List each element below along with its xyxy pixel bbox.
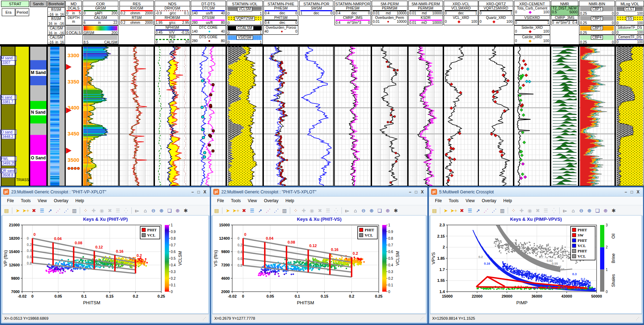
menu-help[interactable]: Help <box>282 198 298 204</box>
header-row-vclsm[interactable]: VCLSM01 <box>227 6 263 16</box>
maximize-button[interactable]: □ <box>631 190 633 194</box>
remove-well-icon[interactable]: ✖ <box>458 207 466 214</box>
header-row-phiesm[interactable]: PHIESM0.4dec0 <box>334 6 371 16</box>
magnifier-icon[interactable]: ⊕ <box>174 207 181 214</box>
header-row-cmrp_3ms[interactable]: CMRP_3MS0.4m^3/m^30 <box>334 15 371 25</box>
home-icon[interactable]: ⌂ <box>352 207 359 214</box>
zoom-box-icon[interactable]: ❏ <box>376 207 383 214</box>
cursor-icon[interactable]: ▻ <box>134 207 141 214</box>
header-row-t2_dist_new[interactable]: T2_DIST_NEW0.55000 <box>551 6 578 16</box>
window-titlebar[interactable]: pl23:Multiwell Generic Crossplot : "PHIT… <box>1 187 210 197</box>
crossplot-svg[interactable]: 0.20.70.620.550.470.440.160.120.080.040.… <box>430 224 642 314</box>
menu-tools[interactable]: Tools <box>445 198 462 204</box>
cursor-icon[interactable]: ▻ <box>561 207 569 214</box>
menu-file[interactable]: File <box>4 198 17 204</box>
zoom-in-icon[interactable]: ⊕ <box>368 207 375 214</box>
maximize-button[interactable]: □ <box>415 190 417 194</box>
header-row-swsm[interactable]: SWSM1dec0 <box>299 6 333 16</box>
header-row-calcite_xrd[interactable]: Calcite_XRD0◆100 <box>514 35 550 45</box>
menu-file[interactable]: File <box>432 198 445 204</box>
points-icon[interactable]: ⁘ <box>510 207 517 214</box>
header-row-siltstonetf_ds[interactable]: SiltstoneTF_DS0100 <box>616 25 644 35</box>
histogram-icon[interactable]: ▥ <box>71 207 78 214</box>
pan-icon[interactable]: ✱ <box>182 207 189 214</box>
scale-icon[interactable]: ➚ <box>474 207 482 214</box>
cursor-icon[interactable]: ▻ <box>344 207 351 214</box>
menu-file[interactable]: File <box>214 198 227 204</box>
track-title-strat[interactable]: STRAT <box>1 1 29 7</box>
header-row-cmrp_3ms[interactable]: CMRP_3MS0m^3/m^30.4 <box>551 15 578 25</box>
points-icon[interactable]: ⁘ <box>82 207 89 214</box>
well-list-icon[interactable]: ☰ <box>38 207 46 214</box>
header-row-dts core[interactable]: DTS CORE280●80 <box>191 35 226 45</box>
header-row-rxosm[interactable]: RXOSM0.2ohmm2000 <box>119 6 154 16</box>
header-row-calism[interactable]: CALISM6in22 <box>83 15 118 25</box>
header-row-vsidsm[interactable]: VSIDSM01 <box>227 35 263 45</box>
header-row-vqrtzsm[interactable]: VQRTZSM01 <box>227 15 263 25</box>
header-row-calism[interactable]: CALISM16in-16 <box>47 26 65 35</box>
crossplot-svg[interactable]: 00.20.40.60.800.040.080.120.160.2-0.0200… <box>213 224 427 314</box>
header-row-calism[interactable]: CALISM-16in16 <box>47 35 65 44</box>
header-row-cbp4[interactable]: CBP40.250 <box>579 35 615 45</box>
well-icon[interactable]: ➤ <box>224 207 232 214</box>
header-row-permsm[interactable]: PERMSM0.01md10000 <box>408 6 443 16</box>
header-row-cbp1[interactable]: CBP10.250 <box>579 6 615 16</box>
regression-icon[interactable]: ⋰ <box>54 207 62 214</box>
header-row-dtc core[interactable]: DTC CORE140●40 <box>191 25 226 35</box>
remove-well-icon[interactable]: ✖ <box>240 207 248 214</box>
menu-tools[interactable]: Tools <box>18 198 34 204</box>
export-plot-icon[interactable]: ▤ <box>431 207 438 214</box>
menu-help[interactable]: Help <box>72 198 87 204</box>
header-row-overburden_perm[interactable]: Overburden_Perm0.01●10000 <box>372 15 408 25</box>
crossplot-svg[interactable]: 00.20.40.60.800.040.080.120.160.2-0.0200… <box>2 224 209 314</box>
resize-grip[interactable]: ⋰ <box>636 317 640 320</box>
add-well-icon[interactable]: ➤+ <box>22 207 30 214</box>
zoom-box-icon[interactable]: ❏ <box>594 207 601 214</box>
maximize-button[interactable]: □ <box>197 190 200 194</box>
well-list-icon[interactable]: ☰ <box>248 207 256 214</box>
close-button[interactable]: X <box>203 190 206 194</box>
header-row-quartz_xrd[interactable]: Quartz_XRD0◆100 <box>479 15 513 25</box>
well-icon[interactable]: ➤ <box>442 207 449 214</box>
add-well-icon[interactable]: ➤+ <box>450 207 457 214</box>
histogram-icon[interactable]: ▥ <box>281 207 288 214</box>
header-row-dtssm[interactable]: DTSSM280us/ft80 <box>191 15 226 25</box>
pan-icon[interactable]: ✱ <box>392 207 399 214</box>
home-icon[interactable]: ⌂ <box>142 207 149 214</box>
zoom-in-icon[interactable]: ⊕ <box>158 207 165 214</box>
overlay-icon[interactable]: ⋰ <box>273 207 280 214</box>
header-row-depth[interactable]: DEPTHm <box>65 15 82 25</box>
window-titlebar[interactable]: pl5:Multiwell Generic Crossplot–□X <box>429 187 643 197</box>
scale-icon[interactable]: ➚ <box>46 207 54 214</box>
export-plot-icon[interactable]: ▤ <box>213 207 220 214</box>
header-row-cbp3[interactable]: CBP30.250 <box>579 25 615 35</box>
scale-icon[interactable]: ➚ <box>256 207 264 214</box>
header-row-nphism[interactable]: NPHISM0.45V/V-0.15 <box>155 25 190 35</box>
histogram-icon[interactable]: ▥ <box>499 207 506 214</box>
header-row-vclsmxrd[interactable]: VCLSMXRD0dec1 <box>444 6 478 16</box>
zoom-in-icon[interactable]: ⊕ <box>586 207 593 214</box>
header-row-dtcsm[interactable]: DTCSM140us/ft40 <box>191 6 226 16</box>
menu-view[interactable]: View <box>245 198 260 204</box>
track-title-borehole[interactable]: Borehole <box>47 1 65 7</box>
zoom-out-icon[interactable]: ⊖ <box>578 207 585 214</box>
header-row-rhobsm[interactable]: RHOBSM1.95g/cc2.95 <box>155 15 190 25</box>
close-button[interactable]: X <box>421 190 424 194</box>
well-icon[interactable]: ➤ <box>14 207 21 214</box>
header-row-vsidxrd[interactable]: VSIDXRD01 <box>514 15 550 25</box>
header-row-bssm[interactable]: BSSM-16in16 <box>47 7 65 16</box>
header-row-row[interactable]: 8.5CALISM <box>83 35 118 45</box>
export-plot-icon[interactable]: ▤ <box>3 207 10 214</box>
header-row-grsm[interactable]: GRSM0gAPI200 <box>83 6 118 16</box>
window-titlebar[interactable]: pl22:Multiwell Generic Crossplot : "PHIT… <box>211 187 427 197</box>
minimize-button[interactable]: – <box>191 190 194 194</box>
menu-view[interactable]: View <box>34 198 50 204</box>
resize-grip[interactable]: ⋰ <box>420 317 424 320</box>
magnifier-icon[interactable]: ⊕ <box>602 207 609 214</box>
header-row-rtsm[interactable]: RTSM0.2ohmm2000 <box>119 15 154 25</box>
remove-well-icon[interactable]: ✖ <box>30 207 38 214</box>
menu-tools[interactable]: Tools <box>228 198 244 204</box>
header-row-coalsm[interactable]: COALSM01 <box>227 25 263 35</box>
header-row-cementtf_ds[interactable]: CementTF_DS0100 <box>616 35 644 45</box>
menu-overlay[interactable]: Overlay <box>479 198 499 204</box>
